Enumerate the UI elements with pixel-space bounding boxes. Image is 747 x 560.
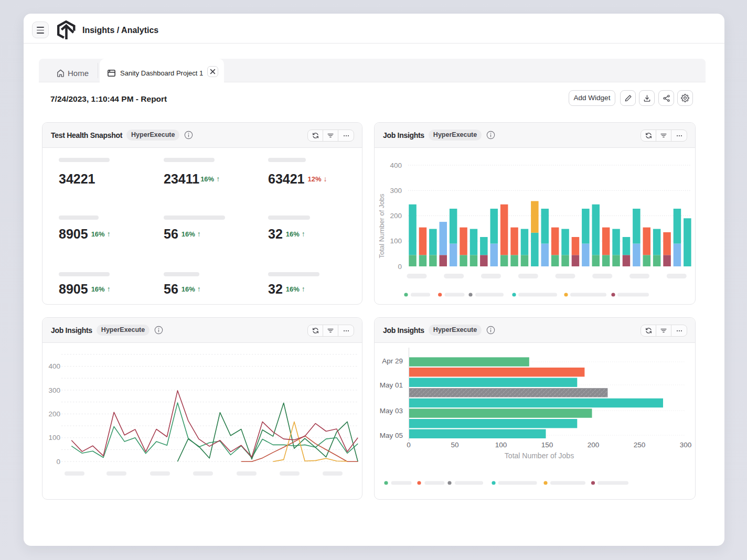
svg-text:100: 100 bbox=[390, 237, 402, 245]
svg-text:200: 200 bbox=[48, 410, 60, 418]
svg-text:0: 0 bbox=[407, 441, 411, 449]
svg-text:May 03: May 03 bbox=[380, 407, 403, 415]
svg-text:0: 0 bbox=[398, 263, 402, 271]
svg-text:50: 50 bbox=[451, 441, 458, 449]
svg-text:200: 200 bbox=[390, 212, 402, 220]
svg-text:200: 200 bbox=[588, 441, 600, 449]
svg-text:150: 150 bbox=[541, 441, 553, 449]
svg-text:400: 400 bbox=[48, 362, 60, 370]
svg-text:300: 300 bbox=[390, 187, 402, 195]
svg-text:300: 300 bbox=[680, 441, 692, 449]
svg-text:250: 250 bbox=[634, 441, 646, 449]
svg-text:400: 400 bbox=[390, 161, 402, 169]
svg-text:Total Number of Jobs: Total Number of Jobs bbox=[378, 193, 386, 258]
svg-text:Apr 29: Apr 29 bbox=[382, 357, 403, 365]
svg-text:Total Number of Jobs: Total Number of Jobs bbox=[505, 451, 574, 460]
svg-text:May 05: May 05 bbox=[380, 432, 403, 439]
svg-text:May 01: May 01 bbox=[380, 381, 403, 389]
svg-text:0: 0 bbox=[56, 458, 60, 466]
svg-text:100: 100 bbox=[495, 441, 507, 449]
svg-text:300: 300 bbox=[48, 386, 60, 394]
svg-text:100: 100 bbox=[48, 434, 60, 441]
